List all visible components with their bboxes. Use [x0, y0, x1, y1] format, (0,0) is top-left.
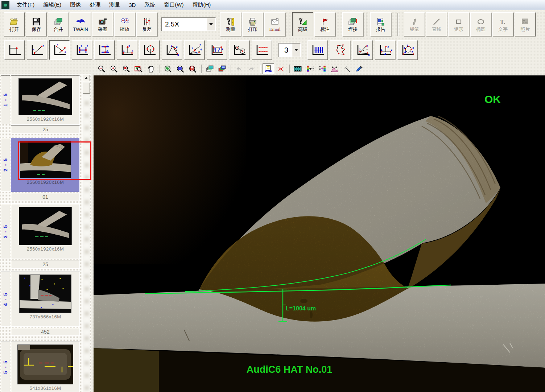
pan-tool[interactable] — [145, 63, 157, 74]
thumbnail-item-1[interactable]: 2560x1920x16M — [11, 75, 80, 125]
zoom-button[interactable]: 缩放 — [114, 12, 135, 36]
point-count-select[interactable]: 3 — [278, 43, 301, 57]
measure-report-tool[interactable] — [263, 63, 274, 74]
measure-button[interactable]: 测量 — [220, 12, 241, 36]
line-2pt-tool[interactable]: 12 — [27, 40, 47, 60]
zoom-out-tool[interactable] — [96, 63, 107, 74]
two-circles-tool[interactable] — [229, 40, 249, 60]
redo-tool[interactable] — [245, 63, 257, 74]
polygon-measure-icon — [333, 44, 347, 56]
zoom-level-value: 2.5X — [162, 20, 207, 28]
t-distance-tool[interactable]: 3124 — [375, 40, 395, 60]
polygon-measure-tool[interactable] — [330, 40, 350, 60]
angle-4pt-icon: 1234 — [187, 44, 202, 56]
vertical-distance-tool[interactable]: 12 — [94, 40, 115, 60]
duplicate-image-tool[interactable] — [204, 63, 215, 74]
annotate-button[interactable]: 标注 — [314, 12, 335, 36]
toolbar-separator — [289, 65, 290, 73]
menu-3d[interactable]: 3D — [124, 1, 140, 9]
thumbnail-name-2[interactable]: 01 — [11, 193, 80, 201]
menu-system[interactable]: 系统 — [140, 0, 160, 9]
print-button[interactable]: 打印 — [242, 12, 263, 36]
film-strip-icon — [294, 65, 302, 73]
zoom-in-tool[interactable] — [108, 63, 120, 74]
red-flag-icon — [320, 17, 330, 26]
zoom-level-select[interactable]: 2.5X — [161, 17, 216, 31]
app-icon[interactable] — [1, 1, 9, 9]
photo-button[interactable]: 照片 — [515, 12, 536, 36]
zoom-actual-tool[interactable]: 1:1 — [174, 63, 186, 74]
pencil-button[interactable]: 铅笔 — [404, 12, 425, 36]
sidebar-scrollbar[interactable] — [83, 75, 90, 392]
sidebar-index-4: 4 - 5 — [1, 272, 10, 327]
twain-button[interactable]: TWAIN — [70, 12, 91, 36]
menu-image[interactable]: 图像 — [66, 0, 85, 9]
menu-file[interactable]: 文件(F) — [12, 0, 39, 9]
rectangle-button[interactable]: 矩形 — [448, 12, 469, 36]
capture-button[interactable]: 采图 — [92, 12, 113, 36]
menu-window[interactable]: 窗口(W) — [160, 0, 188, 9]
zoom-full-tool[interactable] — [162, 63, 174, 74]
main-toolbar: 打开 保存 合并 TWAIN 采图 缩放 反差 2.5X — [4, 12, 537, 37]
zoom-level-arrow-button[interactable] — [207, 18, 215, 30]
point-measure-tool[interactable] — [4, 40, 25, 60]
color-picker-icon — [355, 65, 363, 73]
circle-on-base-tool[interactable]: 21345 — [397, 40, 418, 60]
multi-point-row-tool[interactable] — [252, 40, 272, 60]
menu-help[interactable]: 帮助(H) — [188, 0, 215, 9]
undo-tool[interactable] — [233, 63, 245, 74]
svg-text:!: ! — [356, 18, 358, 24]
report-button[interactable]: 报告 — [370, 12, 391, 36]
point-to-line-tool[interactable]: 312 — [117, 40, 137, 60]
svg-text:1: 1 — [80, 45, 82, 48]
histogram-tool[interactable] — [329, 63, 340, 74]
svg-text:B: B — [191, 67, 193, 70]
thumbnail-name-1[interactable]: 25 — [11, 125, 80, 133]
ellipse-button[interactable]: 椭圆 — [470, 12, 491, 36]
angle-dashed-tool[interactable]: 423 — [352, 40, 373, 60]
point-count-arrow-button[interactable] — [292, 44, 300, 57]
text-button[interactable]: T. 文字 — [492, 12, 513, 36]
menu-edit[interactable]: 编辑(E) — [39, 0, 66, 9]
advanced-button[interactable]: 高级 — [292, 12, 313, 36]
delete-measure-tool[interactable] — [275, 63, 286, 74]
svg-text:2: 2 — [199, 44, 201, 47]
scrollbar-up-button[interactable] — [83, 75, 90, 81]
menu-process[interactable]: 处理 — [85, 0, 105, 9]
svg-text:3: 3 — [196, 51, 198, 55]
arc-3pt-tool[interactable]: 123 — [162, 40, 182, 60]
merge-button[interactable]: 合并 — [48, 12, 69, 36]
zoom-fit-tool[interactable] — [133, 63, 144, 74]
duplicate-window-tool[interactable] — [216, 63, 228, 74]
line-button[interactable]: 直线 — [426, 12, 447, 36]
email-button[interactable]: Email — [264, 12, 285, 36]
rectangle-5pt-tool[interactable]: 54312 — [207, 40, 227, 60]
zoom-marked-tool[interactable]: B — [187, 63, 198, 74]
circle-measure-tool[interactable] — [139, 40, 160, 60]
angle-4pt-tool[interactable]: 1234 — [184, 40, 205, 60]
multi-point-row-icon — [255, 44, 269, 56]
arc-3pt-icon: 123 — [165, 44, 179, 56]
image-viewer-canvas[interactable]: L=1004 um OK AudiC6 HAT No.01 — [94, 75, 545, 392]
save-button[interactable]: 保存 — [26, 12, 47, 36]
binarize-tool[interactable] — [317, 63, 328, 74]
horizontal-distance-tool[interactable]: 12 — [72, 40, 92, 60]
comb-spacing-tool[interactable] — [307, 40, 328, 60]
thumbnail-item-4[interactable]: 737x566x16M — [11, 272, 80, 327]
open-button[interactable]: 打开 — [4, 12, 25, 36]
scrollbar-thumb[interactable] — [83, 83, 90, 94]
cross-lines-tool[interactable]: 12 — [49, 40, 70, 60]
thumbnail-name-4[interactable]: 452 — [11, 328, 80, 336]
magic-wand-tool[interactable] — [341, 63, 353, 74]
zoom-region-tool[interactable] — [120, 63, 132, 74]
film-strip-tool[interactable] — [292, 63, 304, 74]
palette-convert-tool[interactable] — [304, 63, 316, 74]
svg-text:T.: T. — [500, 18, 505, 25]
weld-button[interactable]: ! 焊接 — [342, 12, 363, 36]
color-picker-tool[interactable] — [354, 63, 365, 74]
contrast-button[interactable]: 反差 — [136, 12, 157, 36]
thumbnail-item-5[interactable]: 541x361x16M — [11, 342, 80, 392]
thumbnail-name-3[interactable]: 25 — [11, 260, 80, 269]
thumbnail-item-3[interactable]: 2560x1920x16M — [11, 204, 80, 259]
menu-measure[interactable]: 测量 — [105, 0, 124, 9]
